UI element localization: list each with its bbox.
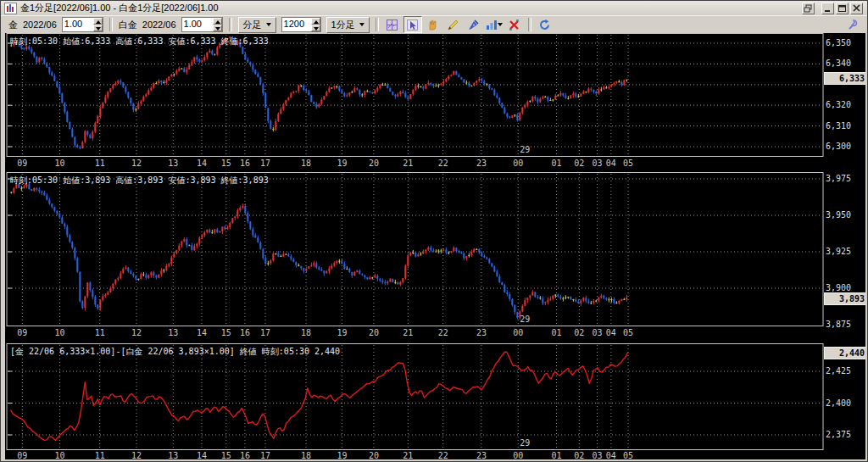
x-axis-label: 20 xyxy=(369,328,379,337)
pencil-tool-button[interactable] xyxy=(444,16,463,33)
y-axis-label: 3,875 xyxy=(826,320,851,329)
spin-up-icon[interactable] xyxy=(311,18,320,25)
x-axis-label: 00 xyxy=(513,328,523,337)
x-axis-label: 18 xyxy=(301,328,311,337)
x-axis-label: 03 xyxy=(592,328,602,337)
pen-tool-button[interactable] xyxy=(465,16,483,33)
y-axis-label: 6,310 xyxy=(826,121,851,131)
interval-dropdown[interactable]: 1分足 xyxy=(326,17,370,33)
delete-objects-button[interactable] xyxy=(505,16,524,33)
x-axis-label: 16 xyxy=(240,328,250,337)
x-axis-label: 04 xyxy=(606,451,616,459)
x-axis-label: 14 xyxy=(197,451,207,459)
spin-down-icon[interactable] xyxy=(213,25,222,31)
float-window-icon xyxy=(804,4,813,13)
x-axis-label: 13 xyxy=(168,328,178,337)
x-axis-label: 12 xyxy=(131,159,142,168)
platinum-multiplier-input[interactable] xyxy=(182,18,213,30)
settings-wrench-button[interactable] xyxy=(843,16,862,33)
x-axis-label: 23 xyxy=(476,328,487,337)
y-axis-label: 3,950 xyxy=(826,210,851,220)
gold-price-badge: 6,333 xyxy=(824,72,865,85)
charts-plot-canvas[interactable] xyxy=(5,33,865,459)
spread-price-badge: 2,440 xyxy=(824,347,865,359)
x-axis-label: 11 xyxy=(95,328,105,337)
x-axis-label: 04 xyxy=(606,328,616,337)
x-axis-label: 15 xyxy=(221,159,231,168)
x-axis-label: 02 xyxy=(574,451,584,459)
platinum-chart-info-line: 時刻:05:30 始値:3,893 高値:3,893 安値:3,893 終値:3… xyxy=(10,175,269,186)
x-axis-label: 02 xyxy=(574,159,584,168)
x-axis-label: 17 xyxy=(260,159,270,168)
toolbar-separator xyxy=(528,18,531,31)
platinum-multiplier-spinner xyxy=(181,17,223,32)
date-label: 29 xyxy=(520,145,530,154)
x-axis-label: 05 xyxy=(623,328,633,337)
x-axis-label: 18 xyxy=(301,159,311,168)
pencil-icon xyxy=(447,19,459,31)
y-axis-label: 2,375 xyxy=(826,430,851,439)
date-label: 29 xyxy=(520,314,530,324)
chevron-down-icon xyxy=(266,23,271,26)
x-axis-label: 20 xyxy=(369,159,379,168)
x-axis-label: 11 xyxy=(95,159,105,168)
x-axis-label: 01 xyxy=(551,159,561,168)
y-axis-label: 6,340 xyxy=(826,58,851,68)
x-axis-label: 19 xyxy=(337,159,347,168)
x-axis-label: 00 xyxy=(513,451,523,459)
x-axis-label: 16 xyxy=(240,159,250,168)
x-axis-label: 11 xyxy=(95,451,105,459)
minimize-button[interactable] xyxy=(821,3,834,14)
close-button[interactable] xyxy=(850,3,863,14)
delete-x-icon xyxy=(508,19,520,31)
y-axis-label: 6,350 xyxy=(826,38,851,47)
x-axis-label: 13 xyxy=(168,451,178,459)
spin-down-icon[interactable] xyxy=(311,25,320,31)
x-axis-label: 16 xyxy=(240,451,250,459)
cursor-icon xyxy=(406,19,419,31)
crosshair-tool-button[interactable] xyxy=(383,16,402,33)
spin-up-icon[interactable] xyxy=(213,18,222,25)
gold-month: 2022/06 xyxy=(23,19,57,30)
spin-up-icon[interactable] xyxy=(93,18,103,25)
x-axis-label: 09 xyxy=(17,451,27,459)
date-label: 29 xyxy=(520,438,530,448)
float-window-button[interactable] xyxy=(802,3,815,14)
app-icon xyxy=(4,3,17,14)
gold-label: 金 xyxy=(8,19,18,31)
bar-type-dropdown[interactable]: 分足 xyxy=(238,17,276,33)
y-axis-label: 6,300 xyxy=(826,142,851,151)
x-axis-label: 19 xyxy=(337,451,347,459)
chevron-down-icon xyxy=(359,23,364,26)
toolbar: 金 2022/06 白金 2022/06 分足 1分足 xyxy=(1,15,867,33)
x-axis-label: 03 xyxy=(592,159,602,168)
x-axis-label: 21 xyxy=(403,451,413,459)
bar-chart-icon xyxy=(486,19,497,31)
x-axis-label: 23 xyxy=(476,451,487,459)
x-axis-label: 22 xyxy=(438,451,448,459)
x-axis-label: 22 xyxy=(438,328,448,337)
toolbar-separator xyxy=(109,18,113,31)
x-axis-label: 09 xyxy=(17,159,27,168)
x-axis-label: 18 xyxy=(301,451,311,459)
titlebar[interactable]: 金1分足[2022/06]1.00 - 白金1分足[2022/06]1.00 xyxy=(1,1,867,15)
y-axis-label: 2,425 xyxy=(826,366,851,376)
pan-tool-button[interactable] xyxy=(424,16,442,33)
chart-style-button[interactable] xyxy=(485,16,504,33)
close-icon xyxy=(852,4,861,13)
y-axis-label: 2,400 xyxy=(826,398,851,408)
bar-count-input[interactable] xyxy=(282,18,311,30)
y-axis-label: 3,925 xyxy=(826,247,851,256)
select-tool-button[interactable] xyxy=(403,16,422,33)
x-axis-label: 10 xyxy=(55,451,65,459)
x-axis-label: 23 xyxy=(476,159,487,168)
spread-chart-info-line: [金 22/06 6,333×1.00]-[白金 22/06 3,893×1.0… xyxy=(10,346,340,358)
window-title: 金1分足[2022/06]1.00 - 白金1分足[2022/06]1.00 xyxy=(20,2,800,14)
maximize-button[interactable] xyxy=(836,3,849,14)
spin-down-icon[interactable] xyxy=(93,25,103,31)
gold-multiplier-input[interactable] xyxy=(63,18,93,30)
refresh-button[interactable] xyxy=(536,16,554,33)
x-axis-label: 15 xyxy=(221,328,231,337)
x-axis-label: 03 xyxy=(592,451,602,459)
y-axis-label: 3,975 xyxy=(826,174,851,183)
